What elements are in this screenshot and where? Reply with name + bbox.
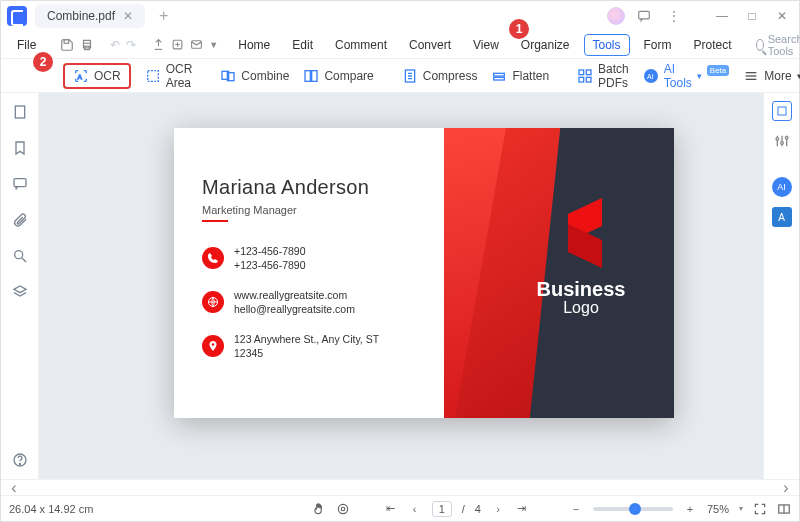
search-tools[interactable]: Search Tools <box>756 33 800 57</box>
page-dimensions: 26.04 x 14.92 cm <box>9 503 93 515</box>
workspace-icon[interactable]: A <box>772 207 792 227</box>
app-window: Combine.pdf ✕ + ⋮ — □ ✕ File ↶ ↷ ▼ <box>0 0 800 522</box>
ocr-area-button[interactable]: OCR Area <box>145 62 193 90</box>
svg-text:A: A <box>78 73 82 79</box>
compare-button[interactable]: Compare <box>303 68 373 84</box>
next-page-icon[interactable]: › <box>491 502 505 516</box>
compress-button[interactable]: Compress <box>402 68 478 84</box>
body-area: Mariana Anderson Marketing Manager +123-… <box>1 93 799 479</box>
search-panel-icon[interactable] <box>11 247 29 265</box>
bookmarks-icon[interactable] <box>11 139 29 157</box>
search-icon <box>756 39 764 51</box>
scroll-left-icon[interactable]: ‹ <box>7 479 21 497</box>
card-phone-row: +123-456-7890+123-456-7890 <box>202 244 306 272</box>
svg-rect-25 <box>14 179 26 187</box>
settings-icon[interactable] <box>772 131 792 151</box>
menu-view[interactable]: View <box>465 35 507 55</box>
minimize-button[interactable]: — <box>711 6 733 26</box>
read-mode-icon[interactable] <box>777 502 791 516</box>
svg-rect-24 <box>15 106 24 118</box>
share-icon[interactable] <box>171 34 184 56</box>
menu-tools[interactable]: Tools <box>584 34 630 56</box>
save-icon[interactable] <box>60 34 74 56</box>
email-icon[interactable] <box>190 34 203 56</box>
ai-tools-button[interactable]: AI AI Tools ▾ Beta <box>643 62 729 90</box>
svg-point-26 <box>14 251 22 259</box>
layers-icon[interactable] <box>11 283 29 301</box>
print-icon[interactable] <box>80 34 94 56</box>
left-sidebar <box>1 93 39 479</box>
menu-edit[interactable]: Edit <box>284 35 321 55</box>
menu-convert[interactable]: Convert <box>401 35 459 55</box>
attachments-icon[interactable] <box>11 211 29 229</box>
svg-rect-32 <box>778 107 786 115</box>
tools-toolbar: 2 A OCR OCR Area Combine Compare Compres… <box>1 59 799 93</box>
zoom-in-icon[interactable]: + <box>683 502 697 516</box>
menu-protect[interactable]: Protect <box>686 35 740 55</box>
svg-rect-11 <box>312 70 317 81</box>
kebab-icon[interactable]: ⋮ <box>663 6 685 26</box>
chat-icon[interactable] <box>633 6 655 26</box>
card-name: Mariana Anderson <box>202 176 369 199</box>
close-tab-icon[interactable]: ✕ <box>123 9 133 23</box>
svg-rect-0 <box>639 11 650 19</box>
prev-page-icon[interactable]: ‹ <box>408 502 422 516</box>
redo-icon[interactable]: ↷ <box>126 34 136 56</box>
more-icon <box>743 68 759 84</box>
batch-button[interactable]: Batch PDFs <box>577 62 629 90</box>
close-window-button[interactable]: ✕ <box>771 6 793 26</box>
help-icon[interactable] <box>11 451 29 469</box>
menu-home[interactable]: Home <box>230 35 278 55</box>
page-input[interactable]: 1 <box>432 501 452 517</box>
fit-page-icon[interactable] <box>753 502 767 516</box>
first-page-icon[interactable]: ⇤ <box>384 502 398 516</box>
svg-rect-15 <box>579 70 584 75</box>
business-logo-text: Business Logo <box>526 278 636 317</box>
ai-tools-icon: AI <box>643 68 659 84</box>
status-bar: 26.04 x 14.92 cm ⇤ ‹ 1 / 4 › ⇥ − + 75% ▾ <box>1 495 799 521</box>
combine-button[interactable]: Combine <box>220 68 289 84</box>
document-canvas[interactable]: Mariana Anderson Marketing Manager +123-… <box>39 93 763 479</box>
svg-point-29 <box>19 463 20 464</box>
ocr-area-icon <box>145 68 161 84</box>
svg-rect-16 <box>586 70 591 75</box>
svg-rect-13 <box>494 73 505 76</box>
ai-orb-icon[interactable] <box>607 7 625 25</box>
undo-icon[interactable]: ↶ <box>110 34 120 56</box>
last-page-icon[interactable]: ⇥ <box>515 502 529 516</box>
more-button[interactable]: More▾ <box>743 68 800 84</box>
svg-rect-14 <box>494 77 505 80</box>
fit-tool-icon[interactable] <box>336 502 350 516</box>
dropdown-icon[interactable]: ▼ <box>209 34 218 56</box>
flatten-button[interactable]: Flatten <box>491 68 549 84</box>
zoom-slider[interactable] <box>593 507 673 511</box>
thumbnails-icon[interactable] <box>11 103 29 121</box>
comments-icon[interactable] <box>11 175 29 193</box>
menu-bar: File ↶ ↷ ▼ Home Edit Comment Convert Vie… <box>1 31 799 59</box>
svg-point-39 <box>338 504 347 513</box>
ai-sidebar-icon[interactable]: AI <box>772 177 792 197</box>
menu-comment[interactable]: Comment <box>327 35 395 55</box>
right-sidebar: AI A <box>763 93 799 479</box>
svg-rect-7 <box>147 70 158 81</box>
page-sep: / <box>462 503 465 515</box>
ocr-icon: A <box>73 68 89 84</box>
ocr-button[interactable]: A OCR <box>63 63 131 89</box>
new-tab-button[interactable]: + <box>153 7 174 25</box>
menu-form[interactable]: Form <box>636 35 680 55</box>
zoom-out-icon[interactable]: − <box>569 502 583 516</box>
card-address-row: 123 Anywhere St., Any City, ST12345 <box>202 332 379 360</box>
export-icon[interactable] <box>152 34 165 56</box>
hand-tool-icon[interactable] <box>312 502 326 516</box>
card-role: Marketing Manager <box>202 204 297 216</box>
app-logo-icon <box>7 6 27 26</box>
horizontal-scrollbar[interactable]: ‹ › <box>1 479 799 495</box>
tab-title: Combine.pdf <box>47 9 115 23</box>
maximize-button[interactable]: □ <box>741 6 763 26</box>
document-tab[interactable]: Combine.pdf ✕ <box>35 4 145 28</box>
select-tool-icon[interactable] <box>772 101 792 121</box>
window-controls: ⋮ — □ ✕ <box>607 6 793 26</box>
scroll-right-icon[interactable]: › <box>779 479 793 497</box>
zoom-value: 75% <box>707 503 729 515</box>
svg-rect-1 <box>64 39 69 43</box>
